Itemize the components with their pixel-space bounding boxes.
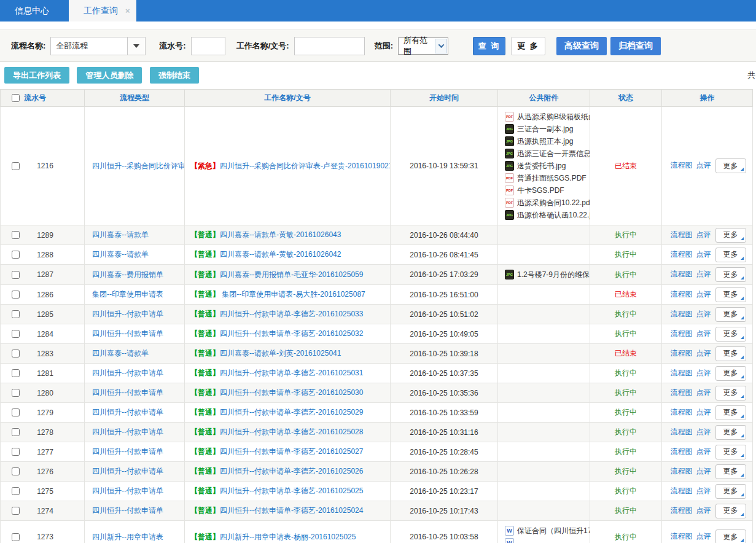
flow-type-link[interactable]: 四川恒升--付款申请单 — [92, 369, 163, 377]
flowchart-link[interactable]: 流程图 — [671, 349, 693, 357]
force-end-button[interactable]: 强制结束 — [150, 67, 199, 84]
more-button[interactable]: 更多 — [715, 248, 746, 262]
more-button[interactable]: 更多 — [715, 386, 746, 400]
flowchart-link[interactable]: 流程图 — [671, 230, 693, 239]
flowchart-link[interactable]: 流程图 — [671, 310, 693, 318]
flow-type-link[interactable]: 四川恒升--付款申请单 — [92, 428, 163, 436]
comment-link[interactable]: 点评 — [696, 310, 711, 318]
flowchart-link[interactable]: 流程图 — [671, 388, 693, 397]
row-checkbox[interactable] — [12, 291, 20, 299]
comment-link[interactable]: 点评 — [696, 329, 711, 338]
row-checkbox[interactable] — [12, 389, 20, 397]
work-name-link[interactable]: 四川恒升--付款申请单-李德艺-20161025029 — [220, 408, 363, 416]
comment-link[interactable]: 点评 — [696, 467, 711, 475]
row-checkbox[interactable] — [12, 467, 20, 475]
work-name-link[interactable]: 四川恒升--付款申请单-李德艺-20161025030 — [220, 388, 363, 397]
flowchart-link[interactable]: 流程图 — [671, 467, 693, 475]
work-name-link[interactable]: 四川恒升--付款申请单-李德艺-20161025028 — [220, 428, 363, 436]
comment-link[interactable]: 点评 — [696, 388, 711, 397]
work-name-link[interactable]: 四川嘉泰--请款单-刘英-20161025041 — [220, 349, 341, 357]
row-checkbox[interactable] — [12, 271, 20, 279]
attachment-item[interactable]: W保证合同（四川恒升17 — [505, 525, 588, 537]
process-name-dropdown-button[interactable] — [127, 37, 146, 55]
more-button[interactable]: 更多 — [715, 445, 746, 459]
select-all-checkbox[interactable] — [12, 94, 20, 102]
comment-link[interactable]: 点评 — [696, 408, 711, 416]
flow-type-link[interactable]: 集团--印章使用申请表 — [92, 290, 163, 299]
flow-type-link[interactable]: 四川恒升--付款申请单 — [92, 329, 163, 338]
attachment-item[interactable]: JPG迅源执照正本.jpg — [505, 135, 588, 147]
more-button[interactable]: 更多 — [715, 529, 746, 543]
work-name-input[interactable] — [294, 37, 365, 55]
row-checkbox[interactable] — [12, 533, 20, 541]
more-button[interactable]: 更多 — [715, 267, 746, 282]
comment-link[interactable]: 点评 — [696, 506, 711, 515]
work-name-link[interactable]: 四川恒升--付款申请单-李德艺-20161025033 — [220, 310, 363, 318]
row-checkbox[interactable] — [12, 448, 20, 456]
flow-type-link[interactable]: 四川新升--用章申请表 — [92, 533, 163, 541]
flow-type-link[interactable]: 四川恒升--付款申请单 — [92, 486, 163, 495]
comment-link[interactable]: 点评 — [696, 161, 711, 170]
work-name-link[interactable]: 四川恒升--付款申请单-李德艺-20161025024 — [220, 506, 363, 515]
comment-link[interactable]: 点评 — [696, 532, 711, 541]
tab-work-query[interactable]: 工作查询 × — [69, 0, 136, 21]
more-button[interactable]: 更多 — [715, 366, 746, 381]
attachment-item[interactable]: PDF迅源采购合同10.22.pdf — [505, 197, 588, 209]
close-icon[interactable]: × — [125, 6, 130, 15]
attachment-item[interactable]: JPG送货委托书.jpg — [505, 160, 588, 172]
row-checkbox[interactable] — [12, 369, 20, 377]
attachment-item[interactable]: PDF普通挂面纸SGS.PDF — [505, 172, 588, 184]
attachment-item[interactable]: PDF牛卡SGS.PDF — [505, 184, 588, 197]
process-name-input[interactable] — [50, 37, 127, 55]
flowchart-link[interactable]: 流程图 — [671, 369, 693, 377]
flow-type-link[interactable]: 四川嘉泰--请款单 — [92, 230, 149, 239]
attachment-item[interactable]: W — [505, 537, 588, 543]
work-name-link[interactable]: 四川恒升--付款申请单-李德艺-20161025032 — [220, 329, 363, 338]
more-button[interactable]: 更多 — [715, 307, 746, 322]
flow-type-link[interactable]: 四川嘉泰--请款单 — [92, 250, 149, 259]
flowchart-link[interactable]: 流程图 — [671, 329, 693, 338]
row-checkbox[interactable] — [12, 162, 20, 170]
flowchart-link[interactable]: 流程图 — [671, 161, 693, 170]
serial-input[interactable] — [191, 37, 225, 55]
flow-type-link[interactable]: 四川恒升--采购合同比价评审表 — [92, 162, 185, 170]
more-button[interactable]: 更多 — [715, 346, 746, 361]
more-button[interactable]: 更多 — [715, 464, 746, 479]
flowchart-link[interactable]: 流程图 — [671, 428, 693, 436]
work-name-link[interactable]: 四川新升--用章申请表-杨丽-20161025025 — [220, 533, 356, 541]
work-name-link[interactable]: 四川嘉泰--费用报销单-毛亚华-20161025059 — [220, 270, 363, 279]
attachment-item[interactable]: JPG1.2号楼7-9月份的维保费 — [505, 268, 588, 281]
work-name-link[interactable]: 四川嘉泰--请款单-黄敏-20161026042 — [220, 250, 341, 259]
attachment-item[interactable]: JPG迅源价格确认函10.22.j — [505, 209, 588, 221]
flow-type-link[interactable]: 四川恒升--付款申请单 — [92, 506, 163, 515]
flow-type-link[interactable]: 四川嘉泰--请款单 — [92, 349, 149, 357]
flow-type-link[interactable]: 四川恒升--付款申请单 — [92, 447, 163, 456]
flow-type-link[interactable]: 四川恒升--付款申请单 — [92, 467, 163, 475]
flow-type-link[interactable]: 四川嘉泰--费用报销单 — [92, 270, 163, 279]
admin-delete-button[interactable]: 管理人员删除 — [77, 67, 142, 84]
flowchart-link[interactable]: 流程图 — [671, 408, 693, 416]
comment-link[interactable]: 点评 — [696, 250, 711, 259]
work-name-link[interactable]: 四川嘉泰--请款单-黄敏-20161026043 — [220, 230, 341, 239]
row-checkbox[interactable] — [12, 487, 20, 495]
row-checkbox[interactable] — [12, 350, 20, 357]
row-checkbox[interactable] — [12, 231, 20, 239]
work-name-link[interactable]: 四川恒升--付款申请单-李德艺-20161025025 — [220, 486, 363, 495]
flowchart-link[interactable]: 流程图 — [671, 270, 693, 278]
more-button[interactable]: 更多 — [715, 287, 746, 302]
more-button[interactable]: 更多 — [715, 504, 746, 518]
flow-type-link[interactable]: 四川恒升--付款申请单 — [92, 388, 163, 397]
flow-type-link[interactable]: 四川恒升--付款申请单 — [92, 408, 163, 416]
flowchart-link[interactable]: 流程图 — [671, 290, 693, 299]
advanced-query-button[interactable]: 高级查询 — [556, 37, 607, 55]
comment-link[interactable]: 点评 — [696, 230, 711, 239]
row-checkbox[interactable] — [12, 428, 20, 436]
flow-type-link[interactable]: 四川恒升--付款申请单 — [92, 310, 163, 318]
flowchart-link[interactable]: 流程图 — [671, 250, 693, 259]
export-work-list-button[interactable]: 导出工作列表 — [4, 67, 69, 84]
flowchart-link[interactable]: 流程图 — [671, 506, 693, 515]
comment-link[interactable]: 点评 — [696, 349, 711, 357]
flowchart-link[interactable]: 流程图 — [671, 486, 693, 495]
flowchart-link[interactable]: 流程图 — [671, 532, 693, 541]
scope-select[interactable]: 所有范围 — [398, 37, 448, 55]
